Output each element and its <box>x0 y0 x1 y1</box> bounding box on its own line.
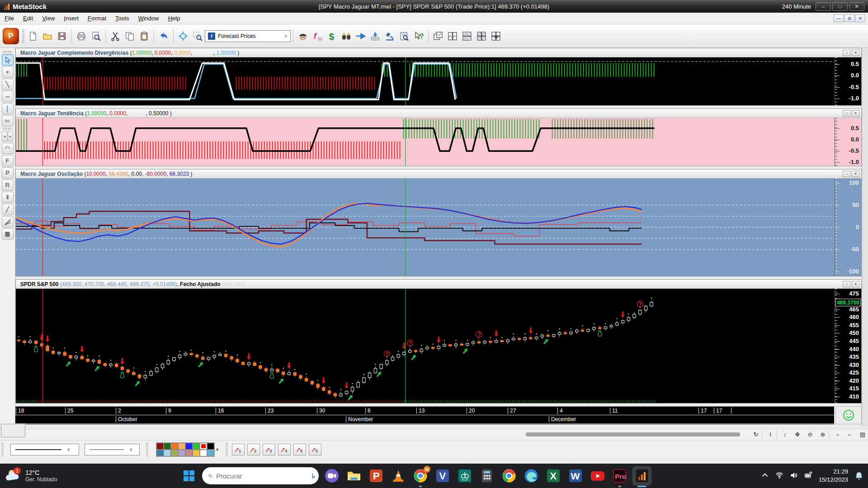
explorer-button[interactable] <box>296 29 310 43</box>
taskbar-app-video-chat[interactable] <box>323 467 341 485</box>
power-console-button[interactable]: P <box>3 28 19 44</box>
panel-maximize-button[interactable]: □ <box>843 110 850 117</box>
menu-help[interactable]: Help <box>164 14 185 23</box>
taskbar-app-premiere-pro[interactable]: Pro <box>611 467 629 485</box>
taskbar-app-word[interactable]: W <box>566 467 585 485</box>
pan-button[interactable]: ✥ <box>792 430 803 439</box>
vertical-fit-button[interactable]: ↕ <box>779 430 790 439</box>
search-box[interactable] <box>202 467 319 484</box>
pointer-tool-button[interactable] <box>2 54 14 66</box>
open-button[interactable] <box>40 29 55 43</box>
taskbar-app-excel[interactable]: X <box>544 467 562 485</box>
minimize-button[interactable]: – <box>816 2 831 11</box>
fibonacci-fan-tool-button[interactable]: F <box>2 155 14 166</box>
indicator-builder-button[interactable]: f(x) <box>310 29 325 43</box>
cut-button[interactable] <box>108 29 123 43</box>
mdi-restore-button[interactable]: ⧉ <box>844 14 854 22</box>
scan-button[interactable] <box>339 29 354 43</box>
right-scrollbar-strip[interactable] <box>862 48 868 427</box>
cycle-lines-tool-button[interactable]: ⦀ <box>2 192 14 203</box>
taskbar-app-chrome-notify[interactable]: N <box>411 467 429 485</box>
taskbar-app-calculator[interactable] <box>478 467 496 485</box>
panel-close-button[interactable]: ✕ <box>852 281 859 287</box>
tray-battery-pen[interactable] <box>804 471 812 481</box>
palette-dropdown-button[interactable]: ▾ <box>216 447 218 452</box>
pattern-fill-tool-button[interactable]: ▦ <box>2 228 14 239</box>
horizontal-line-tool-button[interactable]: ─ <box>2 91 14 102</box>
panel-scale-price[interactable]: 4754654604554504454404354304254204154104… <box>835 289 861 403</box>
line-weight-combo[interactable]: ∨ <box>85 444 140 455</box>
trend-preset-2-button[interactable]: 2 <box>247 444 260 455</box>
cascade-windows-button[interactable] <box>431 29 445 43</box>
color-swatch[interactable] <box>178 443 185 450</box>
forecast-prices-combo[interactable]: fForecast Prices∨ <box>205 30 291 42</box>
color-swatch[interactable] <box>193 443 200 450</box>
print-preview-button[interactable] <box>89 29 103 43</box>
panel-plot-oscilacao[interactable] <box>16 178 835 276</box>
panel-close-button[interactable]: ✕ <box>852 50 859 56</box>
panel-plot-price[interactable]: ???? <box>16 289 835 403</box>
menu-format[interactable]: Format <box>83 14 111 23</box>
tile-horizontal-button[interactable] <box>460 29 474 43</box>
menu-insert[interactable]: Insert <box>59 14 83 23</box>
forecast-button[interactable] <box>354 29 368 43</box>
what-is-this-button[interactable]: ? <box>411 29 426 43</box>
trend-preset-3-button[interactable]: 3 <box>263 444 275 455</box>
color-swatch[interactable] <box>164 450 171 456</box>
tray-wifi[interactable] <box>775 471 783 481</box>
downloader-button[interactable] <box>368 29 382 43</box>
panel-plot-tendencia[interactable] <box>16 118 835 166</box>
print-button[interactable] <box>74 29 89 43</box>
panel-maximize-button[interactable]: □ <box>843 50 850 56</box>
color-swatch[interactable] <box>185 450 193 456</box>
taskbar-app-metastock[interactable] <box>633 467 651 485</box>
color-swatch[interactable] <box>185 443 193 450</box>
menu-tools[interactable]: Tools <box>111 14 133 23</box>
crosshair-cursor-button[interactable]: I <box>765 430 776 439</box>
tool-page-right-button[interactable]: ▸ <box>8 131 13 141</box>
trend-preset-6-button[interactable]: 6 <box>309 444 321 455</box>
panel-scale-tendencia[interactable]: 0.50.0-0.5-1.0 <box>835 118 861 166</box>
new-chart-button[interactable] <box>26 29 40 43</box>
crosshair-tool-tool-button[interactable]: + <box>2 66 14 78</box>
date-axis-strip[interactable]: 18252916233061320274111717OctoberNovembe… <box>15 406 834 424</box>
panel-maximize-button[interactable]: □ <box>843 171 850 177</box>
tool-page-left-button[interactable]: ◂ <box>2 131 7 141</box>
stop-loss-line-tool-button[interactable]: S/L <box>2 115 14 127</box>
data-window-button[interactable]: ▤ <box>857 430 868 439</box>
page-right-button[interactable]: ▸ <box>844 430 855 439</box>
trend-preset-5-button[interactable]: 5 <box>293 444 306 455</box>
fan-lines-tool-button[interactable] <box>2 216 14 227</box>
color-swatch[interactable] <box>207 443 214 450</box>
menu-file[interactable]: File <box>0 14 19 23</box>
menu-window[interactable]: Window <box>133 14 163 23</box>
notification-bell-icon[interactable] <box>854 471 863 480</box>
start-button[interactable] <box>180 467 198 485</box>
copy-button[interactable] <box>123 29 137 43</box>
taskbar-app-file-explorer[interactable] <box>345 467 363 485</box>
clock[interactable]: 21:29 15/12/2023 <box>819 468 848 483</box>
tray-volume[interactable] <box>790 471 798 481</box>
color-swatch[interactable] <box>164 443 171 450</box>
page-left-button[interactable]: ◂ <box>832 430 843 439</box>
expert-advisor-button[interactable] <box>382 29 397 43</box>
panel-plot-divergencias[interactable] <box>16 57 835 105</box>
panel-close-button[interactable]: ✕ <box>852 110 859 117</box>
color-swatch[interactable] <box>178 450 185 456</box>
taskbar-app-visio[interactable]: V <box>434 467 452 485</box>
zoom-in-button[interactable]: ⊕ <box>817 430 828 439</box>
customize-button[interactable]: ✱ <box>489 29 503 43</box>
horizontal-scrollbar-thumb[interactable] <box>526 432 740 436</box>
chart-inspect-button[interactable] <box>397 29 411 43</box>
panel-scale-divergencias[interactable]: 0.50.0-0.5-1.0 <box>835 57 861 105</box>
undo-button[interactable] <box>156 29 171 43</box>
panel-scale-oscilacao[interactable]: 100500-50-100 <box>835 178 861 276</box>
vertical-line-tool-button[interactable]: │ <box>2 103 14 114</box>
maximize-button[interactable]: □ <box>832 2 848 11</box>
line-style-combo[interactable]: ∨ <box>10 444 79 455</box>
color-swatch[interactable] <box>200 443 207 450</box>
tile-vertical-button[interactable] <box>445 29 460 43</box>
menu-edit[interactable]: Edit <box>19 14 38 23</box>
fibonacci-projection-tool-button[interactable]: P <box>2 167 14 178</box>
color-swatch[interactable] <box>171 450 178 456</box>
